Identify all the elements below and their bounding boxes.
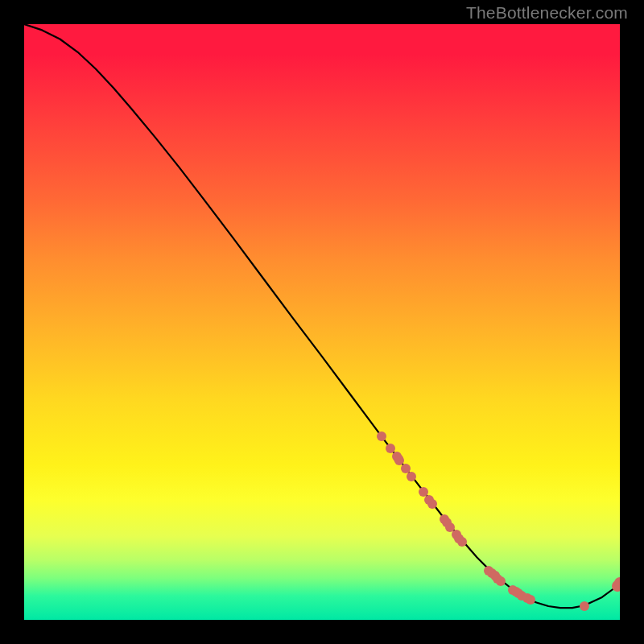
scatter-point	[377, 431, 386, 441]
scatter-point	[407, 472, 416, 481]
scatter-point	[496, 576, 506, 586]
scatter-point	[457, 537, 467, 547]
attribution-text: TheBottlenecker.com	[466, 3, 628, 23]
scatter-point	[427, 499, 437, 509]
chart-stage: TheBottlenecker.com	[0, 0, 644, 644]
curve-path	[24, 24, 620, 608]
plot-area	[24, 24, 620, 620]
scatter-point	[580, 601, 589, 611]
curve-layer	[24, 24, 620, 620]
scatter-point	[526, 595, 535, 605]
